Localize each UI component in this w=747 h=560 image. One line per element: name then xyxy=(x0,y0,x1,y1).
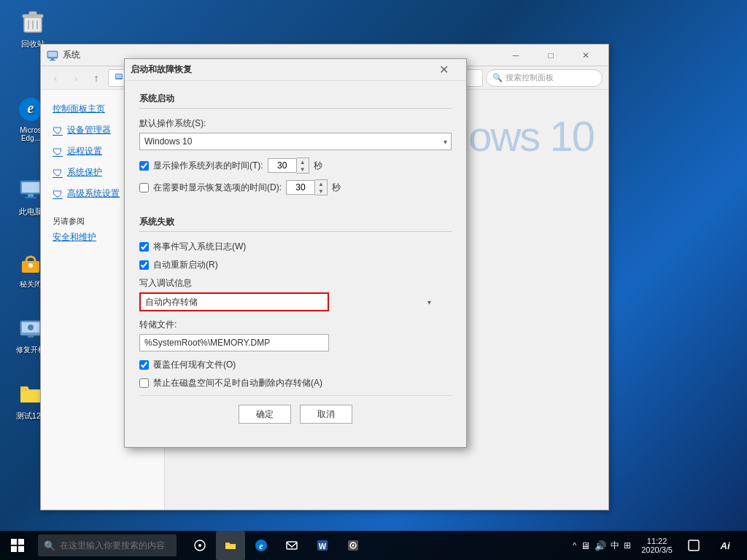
dialog-titlebar: 启动和故障恢复 ✕ xyxy=(125,59,466,81)
file-explorer-button[interactable] xyxy=(216,531,245,560)
task-view-button[interactable] xyxy=(185,531,214,560)
overwrite-checkbox[interactable] xyxy=(139,360,149,370)
startup-recovery-dialog: 启动和故障恢复 ✕ 系统启动 默认操作系统(S): Windows 10 显示操… xyxy=(124,58,467,448)
shield-icon-protection: 🛡 xyxy=(53,167,63,179)
show-recovery-unit: 秒 xyxy=(332,182,341,194)
default-os-select[interactable]: Windows 10 xyxy=(139,133,452,150)
svg-text:W: W xyxy=(319,542,327,551)
minimize-button[interactable]: ─ xyxy=(499,44,533,66)
dump-select-wrap: 无小内存转储(256 KB)核心内存转储完整内存转储自动内存转储活动内存转储 xyxy=(139,292,452,311)
auto-restart-checkbox[interactable] xyxy=(139,260,149,270)
show-recovery-spinner-buttons xyxy=(315,179,328,195)
search-icon: 🔍 xyxy=(492,73,503,82)
write-event-label: 将事件写入系统日志(W) xyxy=(153,241,246,253)
svg-rect-31 xyxy=(287,542,297,549)
taskbar-search-input[interactable] xyxy=(38,534,177,556)
close-button[interactable]: ✕ xyxy=(569,44,603,66)
dialog-body: 系统启动 默认操作系统(S): Windows 10 显示操作系统列表的时间(T… xyxy=(125,81,466,447)
svg-rect-2 xyxy=(29,12,36,15)
svg-text:e: e xyxy=(28,100,34,116)
up-arrow-icon xyxy=(300,159,306,166)
show-recovery-up-button[interactable] xyxy=(315,180,327,187)
dialog-close-button[interactable]: ✕ xyxy=(427,59,460,81)
show-os-list-checkbox[interactable] xyxy=(139,161,149,171)
dump-type-select[interactable]: 无小内存转储(256 KB)核心内存转储完整内存转储自动内存转储活动内存转储 xyxy=(139,292,329,311)
svg-rect-25 xyxy=(116,74,122,78)
taskbar-middle: e W xyxy=(185,531,368,560)
search-bar[interactable]: 🔍 搜索控制面板 xyxy=(486,69,603,87)
taskbar-time: 11:22 xyxy=(647,537,667,545)
remote-settings-label: 远程设置 xyxy=(67,145,102,158)
shield-icon-device: 🛡 xyxy=(53,125,63,136)
default-os-group: 默认操作系统(S): Windows 10 xyxy=(139,117,452,150)
dump-file-group: 转储文件: xyxy=(139,319,452,351)
up-button[interactable]: ↑ xyxy=(88,69,105,87)
settings-taskbar-button[interactable] xyxy=(338,531,368,560)
auto-restart-row: 自动重新启动(R) xyxy=(139,259,452,271)
maximize-button[interactable]: □ xyxy=(534,44,568,66)
ai-button[interactable]: Ai xyxy=(709,531,741,560)
advanced-settings-label: 高级系统设置 xyxy=(67,187,120,200)
dialog-footer: 确定 取消 xyxy=(139,395,452,435)
show-os-list-up-button[interactable] xyxy=(297,158,309,166)
show-recovery-label: 在需要时显示恢复选项的时间(D): xyxy=(153,182,282,194)
edge-label: MicrosEdg... xyxy=(20,126,41,142)
svg-rect-22 xyxy=(51,58,54,60)
volume-icon[interactable]: 🔊 xyxy=(595,540,606,551)
svg-rect-19 xyxy=(20,391,41,402)
down-arrow-icon-2 xyxy=(318,188,324,195)
expand-icon[interactable]: ^ xyxy=(573,541,576,550)
auto-restart-label: 自动重新启动(R) xyxy=(153,259,218,271)
svg-point-36 xyxy=(352,545,355,547)
shield-icon-remote: 🛡 xyxy=(53,146,63,158)
svg-rect-21 xyxy=(48,52,57,57)
disable-auto-delete-label: 禁止在磁盘空间不足时自动删除内存转储(A) xyxy=(153,377,322,389)
dump-file-input[interactable] xyxy=(139,334,329,351)
ok-button[interactable]: 确定 xyxy=(239,405,291,424)
office-taskbar-button[interactable]: W xyxy=(308,531,337,560)
recycle-bin-icon xyxy=(18,7,47,36)
show-recovery-checkbox[interactable] xyxy=(139,183,149,192)
notification-button[interactable] xyxy=(683,531,705,560)
edge-taskbar-button[interactable]: e xyxy=(247,531,276,560)
device-manager-label: 设备管理器 xyxy=(67,124,111,136)
svg-rect-10 xyxy=(28,194,34,197)
show-os-list-value[interactable] xyxy=(268,158,297,173)
ime-icon[interactable]: 中 xyxy=(611,540,619,552)
control-panel-home-label: 控制面板主页 xyxy=(53,103,105,115)
ai-label: Ai xyxy=(721,540,730,551)
overwrite-label: 覆盖任何现有文件(O) xyxy=(153,359,236,371)
write-event-checkbox[interactable] xyxy=(139,242,149,252)
taskbar-clock[interactable]: 11:22 2020/3/5 xyxy=(635,531,678,560)
forward-button[interactable]: › xyxy=(67,69,85,87)
write-debug-label: 写入调试信息 xyxy=(139,277,452,289)
start-button[interactable] xyxy=(0,531,35,560)
disable-auto-delete-checkbox[interactable] xyxy=(139,378,149,388)
cancel-button[interactable]: 取消 xyxy=(300,405,352,424)
overwrite-row: 覆盖任何现有文件(O) xyxy=(139,359,452,371)
taskbar: 🔍 e xyxy=(0,531,747,560)
window-controls: ─ □ ✕ xyxy=(499,44,603,66)
show-recovery-value[interactable] xyxy=(286,180,315,195)
input-method-icon[interactable]: ⊞ xyxy=(624,540,631,551)
system-protection-label: 系统保护 xyxy=(67,166,102,179)
taskbar-date: 2020/3/5 xyxy=(641,545,673,554)
disable-auto-delete-row: 禁止在磁盘空间不足时自动删除内存转储(A) xyxy=(139,377,452,389)
svg-point-27 xyxy=(198,544,201,547)
win10-banner: dows 10 xyxy=(446,112,594,160)
svg-text:e: e xyxy=(259,541,263,551)
svg-rect-37 xyxy=(689,540,699,551)
failure-section-header: 系统失败 xyxy=(139,216,452,232)
taskbar-right: ^ 🖥 🔊 中 ⊞ 11:22 2020/3/5 Ai xyxy=(567,531,747,560)
show-recovery-down-button[interactable] xyxy=(315,187,327,195)
svg-point-14 xyxy=(28,263,33,268)
mail-taskbar-button[interactable] xyxy=(277,531,306,560)
thispc-label: 此电脑 xyxy=(19,206,43,217)
show-os-list-down-button[interactable] xyxy=(297,166,309,173)
windows-logo-icon xyxy=(11,539,24,552)
default-os-select-wrap: Windows 10 xyxy=(139,133,452,150)
back-button[interactable]: ‹ xyxy=(47,69,64,87)
svg-rect-23 xyxy=(50,60,55,61)
show-os-list-spinner-buttons xyxy=(297,158,309,174)
svg-rect-28 xyxy=(225,545,236,549)
